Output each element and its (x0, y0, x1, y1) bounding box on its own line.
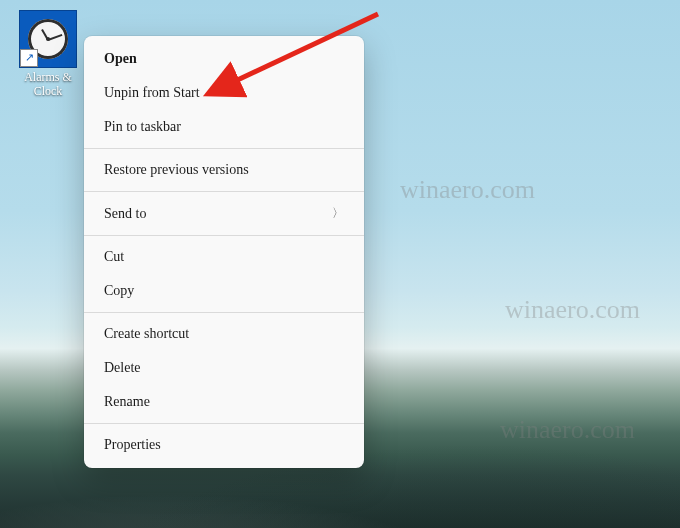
menu-item-label: Rename (104, 394, 150, 410)
menu-item-label: Cut (104, 249, 124, 265)
menu-item-copy[interactable]: Copy (84, 274, 364, 308)
desktop-shortcut-alarms-clock[interactable]: ↗ Alarms & Clock (12, 10, 84, 98)
shortcut-arrow-overlay: ↗ (20, 49, 38, 67)
menu-item-label: Delete (104, 360, 141, 376)
menu-item-label: Properties (104, 437, 161, 453)
menu-item-properties[interactable]: Properties (84, 428, 364, 462)
menu-item-create-shortcut[interactable]: Create shortcut (84, 317, 364, 351)
menu-separator (84, 148, 364, 149)
menu-item-pin-to-taskbar[interactable]: Pin to taskbar (84, 110, 364, 144)
chevron-right-icon: 〉 (332, 205, 344, 222)
menu-item-send-to[interactable]: Send to 〉 (84, 196, 364, 231)
menu-item-label: Create shortcut (104, 326, 189, 342)
menu-item-label: Send to (104, 206, 146, 222)
menu-item-label: Restore previous versions (104, 162, 249, 178)
desktop-icon-label: Alarms & Clock (12, 70, 84, 98)
menu-item-label: Pin to taskbar (104, 119, 181, 135)
menu-separator (84, 191, 364, 192)
menu-item-label: Copy (104, 283, 134, 299)
menu-separator (84, 312, 364, 313)
menu-item-cut[interactable]: Cut (84, 240, 364, 274)
app-tile: ↗ (19, 10, 77, 68)
menu-item-open[interactable]: Open (84, 42, 364, 76)
menu-item-label: Open (104, 51, 137, 67)
menu-item-label: Unpin from Start (104, 85, 200, 101)
menu-item-unpin-from-start[interactable]: Unpin from Start (84, 76, 364, 110)
menu-item-restore-previous-versions[interactable]: Restore previous versions (84, 153, 364, 187)
menu-item-delete[interactable]: Delete (84, 351, 364, 385)
context-menu: Open Unpin from Start Pin to taskbar Res… (84, 36, 364, 468)
menu-separator (84, 235, 364, 236)
menu-item-rename[interactable]: Rename (84, 385, 364, 419)
menu-separator (84, 423, 364, 424)
